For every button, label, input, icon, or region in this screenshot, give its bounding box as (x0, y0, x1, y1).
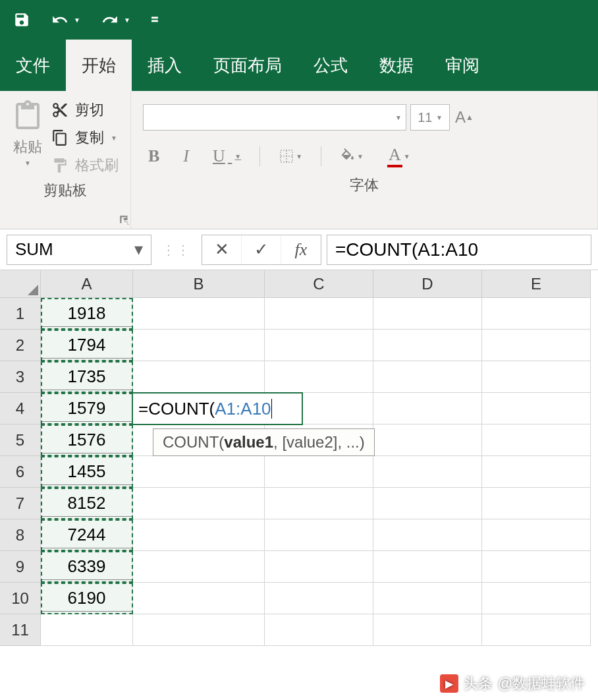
cell[interactable] (482, 361, 591, 393)
cell[interactable] (265, 519, 373, 551)
undo-button[interactable]: ▼ (50, 11, 80, 28)
cell[interactable]: 1455 (41, 456, 133, 488)
copy-button[interactable]: 复制 ▼ (51, 128, 119, 148)
cell[interactable] (133, 488, 265, 519)
cell[interactable]: 1579 (41, 393, 133, 424)
clipboard-dialog-launcher-icon[interactable] (119, 214, 130, 226)
tab-insert[interactable]: 插入 (132, 40, 198, 91)
tab-formulas[interactable]: 公式 (298, 40, 364, 91)
cell[interactable] (482, 424, 591, 456)
cell[interactable] (373, 488, 482, 519)
tab-review[interactable]: 审阅 (429, 40, 495, 91)
cell[interactable] (133, 456, 265, 488)
name-box-dropdown-icon[interactable]: ▾ (134, 239, 143, 260)
column-header-d[interactable]: D (373, 270, 482, 298)
cell[interactable] (265, 361, 373, 393)
cell[interactable] (482, 583, 591, 614)
cell[interactable]: 1794 (41, 330, 133, 361)
undo-dropdown-icon[interactable]: ▼ (74, 16, 80, 24)
redo-button[interactable]: ▼ (100, 11, 130, 28)
cell[interactable] (133, 330, 265, 361)
name-box[interactable]: SUM ▾ (7, 235, 151, 265)
cell[interactable] (265, 330, 373, 361)
italic-button[interactable]: I (178, 144, 194, 169)
cell[interactable] (133, 361, 265, 393)
row-header[interactable]: 8 (0, 519, 41, 551)
column-header-a[interactable]: A (41, 270, 133, 298)
row-header[interactable]: 4 (0, 393, 41, 424)
row-header[interactable]: 7 (0, 488, 41, 519)
enter-formula-button[interactable]: ✓ (242, 235, 281, 264)
cell[interactable]: 8152 (41, 488, 133, 519)
save-button[interactable] (13, 11, 30, 28)
cell[interactable] (373, 298, 482, 330)
column-header-e[interactable]: E (482, 270, 591, 298)
cell[interactable] (482, 456, 591, 488)
row-header[interactable]: 3 (0, 361, 41, 393)
active-editing-cell[interactable]: =COUNT(A1:A10 (132, 392, 303, 425)
tab-layout[interactable]: 页面布局 (198, 40, 298, 91)
cell[interactable]: 1576 (41, 424, 133, 456)
row-header[interactable]: 11 (0, 614, 41, 646)
paste-dropdown-icon[interactable]: ▼ (24, 160, 31, 167)
cell[interactable]: 1918 (41, 298, 133, 330)
cell[interactable] (133, 583, 265, 614)
row-header[interactable]: 9 (0, 551, 41, 583)
cell[interactable] (373, 519, 482, 551)
cell[interactable]: 7244 (41, 519, 133, 551)
cell[interactable] (482, 488, 591, 519)
cell[interactable] (265, 583, 373, 614)
font-name-selector[interactable]: ▼ (143, 104, 406, 131)
tab-file[interactable]: 文件 (0, 40, 66, 91)
redo-dropdown-icon[interactable]: ▼ (124, 16, 130, 24)
underline-button[interactable]: U ▼ (207, 144, 246, 169)
column-header-b[interactable]: B (133, 270, 265, 298)
customize-qat-button[interactable]: 〓 (150, 14, 159, 26)
cell[interactable] (133, 551, 265, 583)
tab-home[interactable]: 开始 (66, 40, 132, 91)
cell[interactable] (265, 614, 373, 646)
paste-button[interactable]: 粘贴 ▼ (12, 98, 43, 175)
cell[interactable] (265, 488, 373, 519)
cell[interactable] (265, 298, 373, 330)
cell[interactable] (482, 393, 591, 424)
insert-function-button[interactable]: fx (281, 235, 321, 264)
tab-data[interactable]: 数据 (364, 40, 429, 91)
increase-font-button[interactable]: A▲ (454, 104, 475, 131)
cell[interactable] (373, 361, 482, 393)
cell[interactable] (373, 551, 482, 583)
font-color-button[interactable]: A ▼ (382, 142, 416, 170)
cut-button[interactable]: 剪切 (51, 100, 119, 120)
row-header[interactable]: 1 (0, 298, 41, 330)
cell[interactable]: 6190 (41, 583, 133, 614)
bold-button[interactable]: B (143, 144, 165, 169)
cell[interactable] (265, 551, 373, 583)
cell[interactable] (373, 424, 482, 456)
column-header-c[interactable]: C (265, 270, 373, 298)
cell[interactable] (482, 614, 591, 646)
cell[interactable] (133, 298, 265, 330)
format-painter-button[interactable]: 格式刷 (51, 156, 119, 175)
cell[interactable] (373, 583, 482, 614)
row-header[interactable]: 2 (0, 330, 41, 361)
cell[interactable] (373, 456, 482, 488)
cell[interactable] (41, 614, 133, 646)
cell[interactable] (133, 519, 265, 551)
cell[interactable] (482, 330, 591, 361)
row-header[interactable]: 5 (0, 424, 41, 456)
font-size-selector[interactable]: 11 ▼ (410, 104, 450, 131)
formula-bar-drag-handle[interactable]: ⋮⋮ (157, 242, 196, 258)
row-header[interactable]: 10 (0, 583, 41, 614)
cell[interactable] (373, 393, 482, 424)
cell[interactable] (133, 614, 265, 646)
fill-color-button[interactable]: ▼ (335, 146, 369, 167)
cell[interactable] (265, 456, 373, 488)
border-button[interactable]: ▼ (273, 146, 308, 167)
cell[interactable] (482, 519, 591, 551)
row-header[interactable]: 6 (0, 456, 41, 488)
formula-input[interactable]: =COUNT(A1:A10 (327, 235, 591, 265)
cell[interactable]: 6339 (41, 551, 133, 583)
cell[interactable] (373, 330, 482, 361)
cell[interactable] (373, 614, 482, 646)
select-all-corner[interactable] (0, 270, 41, 298)
